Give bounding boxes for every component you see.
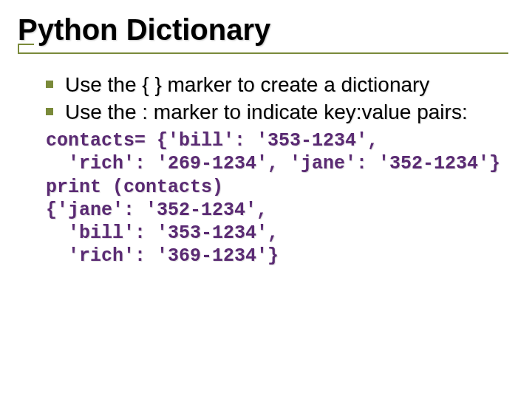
title-area: Python Dictionary	[18, 13, 514, 51]
code-line: {'jane': '352-1234',	[46, 200, 267, 221]
bullet-text: Use the { } marker to create a dictionar…	[65, 72, 514, 98]
title-underline	[18, 52, 508, 54]
code-line: 'bill': '353-1234',	[46, 222, 279, 244]
square-bullet-icon	[46, 81, 53, 88]
bullet-item: Use the : marker to indicate key:value p…	[46, 99, 514, 125]
bullet-item: Use the { } marker to create a dictionar…	[46, 72, 514, 98]
code-line: contacts= {'bill': '353-1234',	[46, 130, 378, 151]
slide: Python Dictionary Use the { } marker to …	[0, 0, 532, 399]
slide-body: Use the { } marker to create a dictionar…	[18, 72, 514, 268]
code-block: contacts= {'bill': '353-1234', 'rich': '…	[46, 129, 514, 268]
code-line: 'rich': '369-1234'}	[46, 245, 279, 267]
title-rule-notch-h	[18, 44, 34, 45]
code-line: 'rich': '269-1234', 'jane': '352-1234'}	[46, 153, 500, 174]
bullet-text: Use the : marker to indicate key:value p…	[65, 99, 514, 125]
slide-title: Python Dictionary	[18, 13, 514, 47]
square-bullet-icon	[46, 108, 53, 115]
code-line: print (contacts)	[46, 177, 223, 198]
